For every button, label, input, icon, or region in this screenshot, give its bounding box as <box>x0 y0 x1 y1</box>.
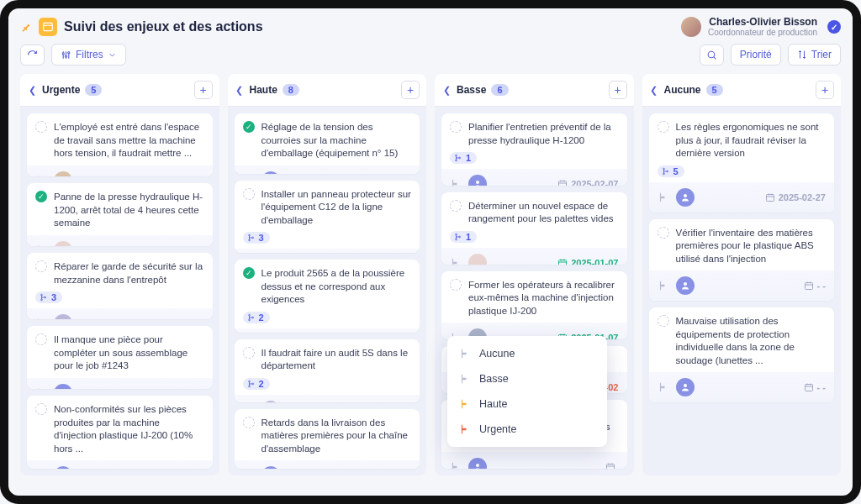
card[interactable]: L'employé est entré dans l'espace de tra… <box>27 113 213 176</box>
status-icon[interactable]: ✓ <box>243 121 255 133</box>
status-icon[interactable] <box>450 200 462 212</box>
priority-option[interactable]: Urgente <box>447 417 607 442</box>
pin-icon[interactable] <box>20 21 32 33</box>
due-date[interactable] <box>605 462 619 469</box>
status-icon[interactable] <box>658 121 669 133</box>
priority-flag-icon[interactable] <box>658 381 669 393</box>
card[interactable]: Vérifier l'inventaire des matières premi… <box>649 219 835 302</box>
assignee-avatar[interactable] <box>54 314 72 319</box>
assignee-avatar[interactable] <box>676 276 695 295</box>
priority-option[interactable]: Basse <box>447 366 607 391</box>
filters-button[interactable]: Filtres <box>51 44 126 66</box>
due-date[interactable]: 2025-01-07 <box>143 176 203 177</box>
card[interactable]: ✓Le produit 2565 a de la poussière dessu… <box>235 260 420 332</box>
card[interactable]: Réparer le garde de sécurité sur la mezz… <box>27 253 213 319</box>
assignee-avatar[interactable] <box>54 241 72 247</box>
card[interactable]: Mauvaise utilisation des équipements de … <box>649 307 835 402</box>
card[interactable]: ✓Réglage de la tension des courroies sur… <box>235 113 420 174</box>
due-date[interactable]: - - <box>804 382 826 392</box>
status-icon[interactable]: ✓ <box>243 267 255 279</box>
card[interactable]: Planifier l'entretien préventif de la pr… <box>441 113 627 186</box>
user-block[interactable]: Charles-Olivier Bisson Coordonnateur de … <box>681 17 841 37</box>
priority-flag-icon[interactable] <box>450 257 462 265</box>
chevron-left-icon[interactable]: ❮ <box>649 85 659 96</box>
assignee-avatar[interactable] <box>54 171 72 177</box>
card-title: Réparer le garde de sécurité sur la mezz… <box>54 260 204 286</box>
svg-point-69 <box>476 181 479 184</box>
due-date[interactable]: - - <box>182 388 203 390</box>
assignee-avatar[interactable] <box>54 466 72 469</box>
card[interactable]: Installer un panneau protecteur sur l'éq… <box>235 181 420 253</box>
status-icon[interactable]: ✓ <box>35 191 47 202</box>
card[interactable]: Il faudrait faire un audit 5S dans le dé… <box>235 339 420 402</box>
status-icon[interactable] <box>243 347 255 359</box>
svg-point-48 <box>248 319 250 321</box>
assignee-avatar[interactable] <box>676 378 695 396</box>
assignee-avatar[interactable] <box>261 466 280 469</box>
status-icon[interactable] <box>658 227 669 239</box>
subtask-count: 2 <box>243 378 270 390</box>
groupby-button[interactable]: Priorité <box>731 44 781 66</box>
status-icon[interactable] <box>658 315 669 327</box>
status-icon[interactable] <box>450 121 462 133</box>
status-icon[interactable] <box>243 417 255 428</box>
user-role: Coordonnateur de production <box>708 28 817 37</box>
priority-flag-icon[interactable] <box>658 192 669 203</box>
card-title: Réglage de la tension des courroies sur … <box>261 121 412 160</box>
priority-option[interactable]: Aucune <box>447 341 607 366</box>
priority-flag-icon[interactable] <box>450 461 462 469</box>
sort-button[interactable]: Trier <box>788 44 841 66</box>
card[interactable]: ✓Panne de la presse hydraulique H-1200, … <box>27 183 213 246</box>
priority-flag-icon[interactable] <box>35 387 47 390</box>
status-icon[interactable] <box>35 121 47 133</box>
add-card-button[interactable]: + <box>194 81 213 99</box>
status-icon[interactable] <box>35 260 47 272</box>
due-date[interactable]: 2025-02-27 <box>765 192 826 202</box>
chevron-left-icon[interactable]: ❮ <box>441 85 452 96</box>
search-button[interactable] <box>700 45 724 66</box>
chevron-left-icon[interactable]: ❮ <box>235 85 245 96</box>
due-date[interactable]: 2025-01-06 <box>143 245 203 247</box>
assignee-avatar[interactable] <box>468 175 487 186</box>
status-icon[interactable] <box>35 403 47 415</box>
priority-flag-icon[interactable] <box>35 244 47 247</box>
card[interactable]: Non-conformités sur les pièces produites… <box>27 396 213 469</box>
add-card-button[interactable]: + <box>401 81 420 99</box>
card-title: Les règles ergonomiques ne sont plus à j… <box>676 121 827 160</box>
assignee-avatar[interactable] <box>468 254 487 265</box>
due-date[interactable]: 2025-01-07 <box>557 258 618 265</box>
chevron-left-icon[interactable]: ❮ <box>27 85 37 96</box>
priority-flag-icon[interactable] <box>35 175 47 177</box>
assignee-avatar[interactable] <box>261 171 280 174</box>
assignee-avatar[interactable] <box>261 401 280 402</box>
card[interactable]: Déterminer un nouvel espace de rangement… <box>441 192 627 265</box>
status-icon[interactable] <box>35 333 47 345</box>
assignee-avatar[interactable] <box>676 188 695 207</box>
assignee-avatar[interactable] <box>54 384 72 390</box>
refresh-button[interactable] <box>20 45 45 66</box>
due-date[interactable]: 2025-01-03 <box>143 318 203 319</box>
column-count: 6 <box>491 84 508 96</box>
card[interactable]: Les règles ergonomiques ne sont plus à j… <box>649 113 835 213</box>
status-icon[interactable] <box>450 279 462 291</box>
priority-flag-icon[interactable] <box>450 178 462 186</box>
flag-icon <box>459 373 471 385</box>
priority-popover[interactable]: AucuneBasseHauteUrgente <box>447 336 607 447</box>
due-date[interactable]: - - <box>804 281 826 291</box>
assignee-avatar[interactable] <box>468 458 487 469</box>
add-card-button[interactable]: + <box>816 81 834 99</box>
status-icon[interactable] <box>243 188 255 200</box>
column-urgente: ❮Urgente5+L'employé est entré dans l'esp… <box>20 74 219 475</box>
add-card-button[interactable]: + <box>609 81 627 99</box>
column-count: 5 <box>706 84 723 96</box>
priority-flag-icon[interactable] <box>658 280 669 291</box>
card[interactable]: Il manque une pièce pour compléter un so… <box>27 326 213 389</box>
card[interactable]: Retards dans la livraison des matières p… <box>235 409 420 470</box>
priority-option[interactable]: Haute <box>447 391 607 417</box>
due-date[interactable]: 2025-02-07 <box>557 179 618 186</box>
priority-flag-icon[interactable] <box>35 318 47 319</box>
card[interactable]: Former les opérateurs à recalibrer eux-m… <box>441 271 627 340</box>
svg-point-6 <box>65 55 66 57</box>
column-count: 8 <box>283 84 299 96</box>
column-name: Aucune <box>664 84 701 96</box>
